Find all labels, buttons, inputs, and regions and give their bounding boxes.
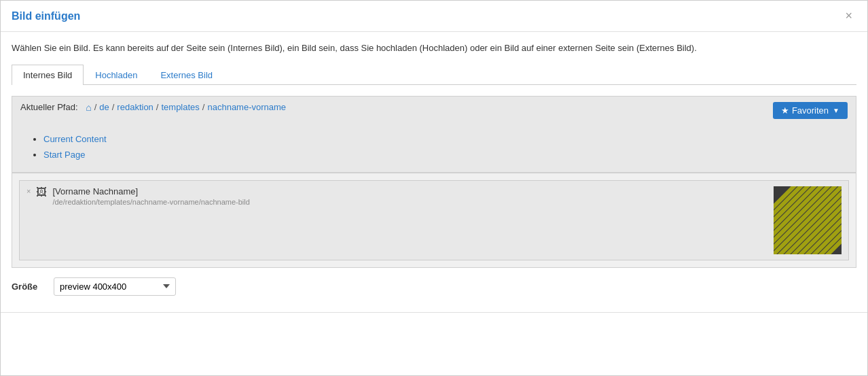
file-path: /de/redaktion/templates/nachname-vorname… bbox=[52, 198, 770, 206]
dialog: Bild einfügen × Wählen Sie ein Bild. Es … bbox=[0, 0, 868, 376]
file-list: × 🖼 [Vorname Nachname] /de/redaktion/tem… bbox=[12, 173, 856, 267]
favorites-caret: ▼ bbox=[833, 107, 839, 114]
path-breadcrumb: Aktueller Pfad: ⌂ / de / redaktion / tem… bbox=[20, 102, 286, 113]
dialog-footer bbox=[1, 312, 867, 326]
dialog-title: Bild einfügen bbox=[12, 10, 80, 22]
dialog-header: Bild einfügen × bbox=[1, 1, 867, 32]
list-item: Start Page bbox=[43, 147, 845, 163]
file-close-icon[interactable]: × bbox=[26, 187, 31, 195]
path-redaktion[interactable]: redaktion bbox=[117, 102, 153, 112]
sep-2: / bbox=[112, 102, 115, 112]
sep-1: / bbox=[94, 102, 97, 112]
path-label: Aktueller Pfad: bbox=[20, 102, 78, 112]
size-label: Größe bbox=[12, 281, 46, 292]
dialog-body: Wählen Sie ein Bild. Es kann bereits auf… bbox=[1, 32, 867, 312]
path-templates[interactable]: templates bbox=[161, 102, 199, 112]
tab-externes-bild[interactable]: Externes Bild bbox=[149, 65, 224, 85]
size-select[interactable]: preview 400x400 original thumbnail 100x1… bbox=[54, 277, 176, 296]
file-info: [Vorname Nachname] /de/redaktion/templat… bbox=[52, 186, 770, 206]
path-nachname-vorname[interactable]: nachname-vorname bbox=[207, 102, 286, 112]
home-link[interactable]: ⌂ bbox=[86, 102, 91, 113]
file-image-icon: 🖼 bbox=[36, 186, 47, 199]
file-name: [Vorname Nachname] bbox=[52, 186, 770, 196]
file-item: × 🖼 [Vorname Nachname] /de/redaktion/tem… bbox=[19, 180, 849, 260]
tab-internes-bild[interactable]: Internes Bild bbox=[12, 65, 84, 85]
file-thumbnail bbox=[774, 186, 842, 254]
favorites-list: Current Content Start Page bbox=[23, 131, 845, 163]
favorites-start-page[interactable]: Start Page bbox=[43, 150, 85, 160]
sep-4: / bbox=[202, 102, 205, 112]
content-area: × 🖼 [Vorname Nachname] /de/redaktion/tem… bbox=[12, 173, 856, 268]
close-button[interactable]: × bbox=[841, 7, 856, 24]
list-item: Current Content bbox=[43, 131, 845, 147]
sep-3: / bbox=[156, 102, 159, 112]
path-de[interactable]: de bbox=[99, 102, 109, 112]
tab-hochladen[interactable]: Hochladen bbox=[84, 65, 149, 85]
dialog-description: Wählen Sie ein Bild. Es kann bereits auf… bbox=[12, 41, 856, 55]
tabs-bar: Internes Bild Hochladen Externes Bild bbox=[12, 65, 856, 85]
favorites-current-content[interactable]: Current Content bbox=[43, 134, 107, 144]
favorites-label: ★ Favoriten bbox=[781, 105, 829, 116]
path-bar: Aktueller Pfad: ⌂ / de / redaktion / tem… bbox=[12, 96, 856, 124]
favorites-button[interactable]: ★ Favoriten ▼ bbox=[773, 102, 848, 119]
size-row: Größe preview 400x400 original thumbnail… bbox=[12, 268, 856, 303]
favorites-dropdown: Current Content Start Page bbox=[12, 124, 856, 173]
